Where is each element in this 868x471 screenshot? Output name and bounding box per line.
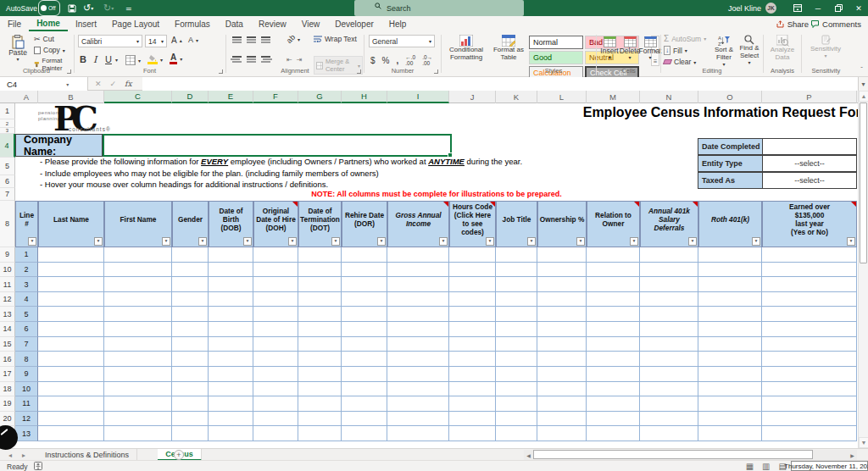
census-cell[interactable]	[449, 426, 496, 441]
census-cell[interactable]	[698, 337, 762, 352]
conditional-formatting-button[interactable]: Conditional Formatting	[444, 35, 488, 62]
census-cell[interactable]	[762, 322, 857, 337]
census-cell[interactable]	[38, 396, 104, 412]
census-cell[interactable]	[253, 382, 298, 397]
increase-font-button[interactable]: A▴	[171, 36, 182, 45]
row-header-8[interactable]: 8	[0, 201, 15, 247]
restore-button[interactable]	[829, 0, 848, 16]
census-cell[interactable]	[496, 352, 537, 367]
font-color-button[interactable]: A▾	[170, 53, 182, 64]
census-cell[interactable]	[496, 307, 537, 322]
fill-button[interactable]: ↓Fill▾	[664, 46, 687, 55]
census-cell[interactable]	[298, 382, 342, 397]
scroll-up-icon[interactable]: ▲	[859, 91, 868, 102]
horizontal-scroll-thumb[interactable]	[533, 450, 813, 459]
census-cell[interactable]	[38, 352, 104, 367]
row-header-15[interactable]: 15	[0, 337, 15, 352]
census-cell[interactable]	[253, 263, 298, 278]
filter-button[interactable]: ▼	[576, 237, 585, 246]
filter-button[interactable]: ▼	[527, 237, 536, 246]
formula-input[interactable]	[142, 77, 858, 91]
census-cell[interactable]	[496, 337, 537, 352]
census-cell[interactable]	[387, 396, 449, 412]
row-header-9[interactable]: 9	[0, 247, 15, 263]
format-as-table-button[interactable]: Format as Table	[490, 35, 527, 62]
census-cell[interactable]	[387, 426, 449, 441]
search-box[interactable]: Search	[354, 0, 524, 16]
census-cell[interactable]	[104, 277, 172, 292]
census-cell[interactable]	[209, 367, 253, 382]
line-number-cell[interactable]: 4	[15, 292, 38, 308]
underline-dropdown[interactable]: ▾	[115, 57, 118, 63]
census-cell[interactable]	[587, 322, 640, 337]
row-header-12[interactable]: 12	[0, 292, 15, 308]
filter-button[interactable]: ▼	[331, 237, 340, 246]
census-cell[interactable]	[449, 412, 496, 427]
normal-view-icon[interactable]: ▦	[746, 462, 754, 471]
census-cell[interactable]	[496, 367, 537, 382]
census-cell[interactable]	[298, 396, 342, 412]
page-layout-view-icon[interactable]: ▥	[762, 462, 770, 471]
census-cell[interactable]	[640, 247, 698, 263]
census-cell[interactable]	[172, 322, 209, 337]
column-header-B[interactable]: B	[38, 91, 104, 103]
census-cell[interactable]	[298, 277, 342, 292]
format-cells-button[interactable]: Format▾	[640, 36, 660, 61]
census-cell[interactable]	[172, 307, 209, 322]
census-cell[interactable]	[209, 247, 253, 263]
census-cell[interactable]	[209, 307, 253, 322]
census-cell[interactable]	[496, 412, 537, 427]
census-cell[interactable]	[38, 292, 104, 308]
census-cell[interactable]	[342, 367, 387, 382]
census-cell[interactable]	[698, 352, 762, 367]
census-cell[interactable]	[38, 307, 104, 322]
census-cell[interactable]	[172, 382, 209, 397]
census-cell[interactable]	[537, 367, 587, 382]
tab-file[interactable]: File	[0, 16, 29, 31]
sensitivity-button[interactable]: Sensitivity▾	[810, 35, 842, 58]
row-header-11[interactable]: 11	[0, 277, 15, 292]
census-cell[interactable]	[209, 263, 253, 278]
census-cell[interactable]	[342, 322, 387, 337]
census-cell[interactable]	[342, 352, 387, 367]
census-cell[interactable]	[342, 382, 387, 397]
line-number-cell[interactable]: 2	[15, 263, 38, 278]
census-cell[interactable]	[449, 322, 496, 337]
census-cell[interactable]	[387, 277, 449, 292]
census-cell[interactable]	[640, 307, 698, 322]
census-cell[interactable]	[449, 277, 496, 292]
column-header-J[interactable]: J	[449, 91, 496, 103]
census-cell[interactable]	[298, 322, 342, 337]
census-cell[interactable]	[698, 292, 762, 308]
census-cell[interactable]	[172, 247, 209, 263]
census-cell[interactable]	[587, 396, 640, 412]
census-cell[interactable]	[38, 412, 104, 427]
new-sheet-button[interactable]: +	[174, 450, 184, 460]
census-cell[interactable]	[449, 352, 496, 367]
census-cell[interactable]	[253, 247, 298, 263]
column-header-P[interactable]: P	[762, 91, 857, 103]
census-cell[interactable]	[537, 352, 587, 367]
census-cell[interactable]	[104, 322, 172, 337]
census-cell[interactable]	[537, 292, 587, 308]
census-cell[interactable]	[172, 352, 209, 367]
row-header-13[interactable]: 13	[0, 307, 15, 322]
census-cell[interactable]	[587, 412, 640, 427]
census-cell[interactable]	[298, 352, 342, 367]
minimize-button[interactable]: ─	[809, 0, 827, 16]
census-cell[interactable]	[587, 247, 640, 263]
census-cell[interactable]	[537, 396, 587, 412]
census-cell[interactable]	[587, 337, 640, 352]
expand-formula-bar-icon[interactable]: ▾	[858, 77, 868, 91]
census-cell[interactable]	[449, 263, 496, 278]
census-cell[interactable]	[449, 367, 496, 382]
census-cell[interactable]	[449, 307, 496, 322]
cell-style-good[interactable]: Good	[529, 51, 583, 64]
census-cell[interactable]	[762, 247, 857, 263]
line-number-cell[interactable]: 12	[15, 412, 38, 427]
vertical-align-buttons[interactable]	[232, 36, 270, 38]
census-cell[interactable]	[537, 247, 587, 263]
census-cell[interactable]	[762, 367, 857, 382]
census-cell[interactable]	[38, 367, 104, 382]
census-cell[interactable]	[762, 307, 857, 322]
